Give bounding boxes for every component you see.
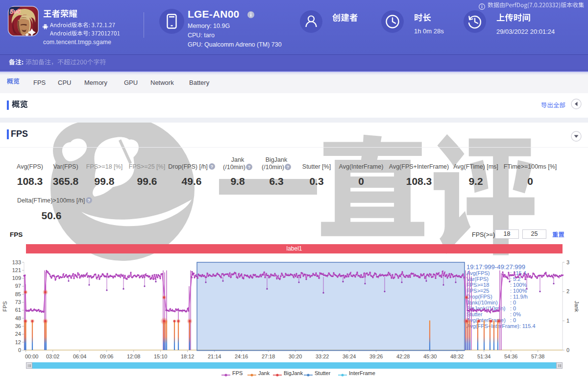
svg-text:03:02: 03:02 xyxy=(46,353,60,359)
svg-text:85: 85 xyxy=(15,291,21,297)
svg-text:39:26: 39:26 xyxy=(369,353,383,359)
svg-text:: 0: : 0 xyxy=(510,300,516,305)
svg-text:2: 2 xyxy=(566,288,569,294)
svg-text:: 0: : 0 xyxy=(510,305,516,311)
svg-text:36:24: 36:24 xyxy=(343,353,356,359)
svg-text:Avg(FPS): Avg(FPS) xyxy=(466,270,490,276)
svg-text:: 0: : 0 xyxy=(510,317,516,323)
svg-text:0: 0 xyxy=(566,347,569,353)
svg-text:12:08: 12:08 xyxy=(127,353,141,359)
svg-text:12: 12 xyxy=(15,339,21,345)
svg-text:51:34: 51:34 xyxy=(477,353,491,359)
svg-text:48:32: 48:32 xyxy=(450,353,464,359)
svg-text:73: 73 xyxy=(15,299,21,305)
svg-text:: 0%: : 0% xyxy=(510,311,521,317)
svg-text:1: 1 xyxy=(566,318,569,324)
svg-text:42:28: 42:28 xyxy=(396,353,410,359)
svg-text:06:04: 06:04 xyxy=(73,353,87,359)
svg-text:61: 61 xyxy=(15,307,21,313)
svg-text:FPS>=18: FPS>=18 xyxy=(466,282,489,288)
svg-text:36: 36 xyxy=(15,323,21,329)
svg-text:109: 109 xyxy=(12,275,21,281)
svg-text:121: 121 xyxy=(12,267,21,273)
svg-text:: 100%: : 100% xyxy=(510,288,527,294)
svg-text:3: 3 xyxy=(566,259,569,265)
svg-text:27:18: 27:18 xyxy=(262,353,275,359)
svg-text:Jank: Jank xyxy=(574,301,580,312)
svg-text:18:12: 18:12 xyxy=(181,353,195,359)
svg-text:: 11.9/h: : 11.9/h xyxy=(510,294,528,300)
svg-text:48: 48 xyxy=(15,315,21,321)
svg-text:15:10: 15:10 xyxy=(154,353,168,359)
svg-text:: 100%: : 100% xyxy=(510,282,527,288)
svg-text:133: 133 xyxy=(12,259,21,265)
svg-text:57:38: 57:38 xyxy=(531,353,545,359)
svg-text:00:00: 00:00 xyxy=(25,353,39,359)
svg-text:33:22: 33:22 xyxy=(316,353,329,359)
svg-text:24:16: 24:16 xyxy=(235,353,248,359)
svg-text:Drop(FPS): Drop(FPS) xyxy=(466,294,492,300)
svg-text:Avg(FPS+InterFrame): 115.4: Avg(FPS+InterFrame): 115.4 xyxy=(466,323,536,329)
svg-text:24: 24 xyxy=(15,331,21,337)
svg-text:?: ? xyxy=(88,198,90,203)
svg-text:45:30: 45:30 xyxy=(423,353,437,359)
svg-text:97: 97 xyxy=(15,283,21,289)
svg-text:FPS: FPS xyxy=(2,301,8,311)
svg-text:FPS>=25: FPS>=25 xyxy=(466,288,489,294)
svg-text:21:14: 21:14 xyxy=(208,353,221,359)
svg-text:09:06: 09:06 xyxy=(100,353,114,359)
svg-text:54:36: 54:36 xyxy=(504,353,518,359)
svg-text:30:20: 30:20 xyxy=(289,353,302,359)
svg-text:0: 0 xyxy=(18,347,21,353)
svg-text:Var(FPS): Var(FPS) xyxy=(466,276,489,282)
svg-text:Stutter: Stutter xyxy=(466,311,483,317)
